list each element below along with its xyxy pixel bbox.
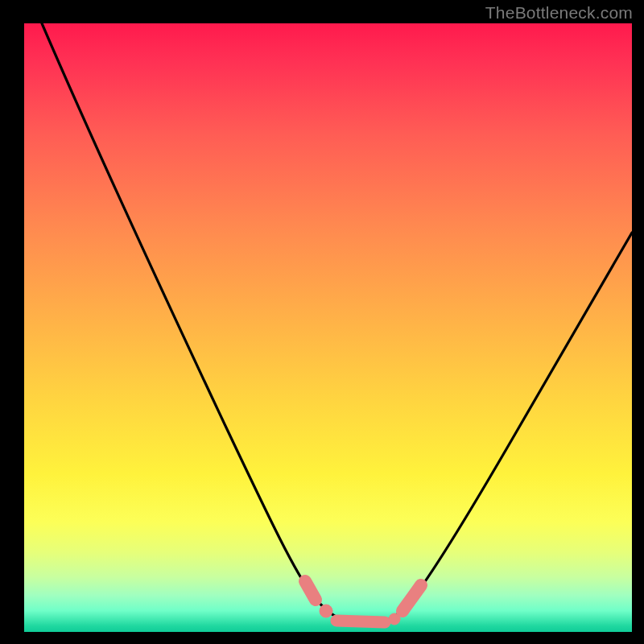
marker <box>305 581 316 600</box>
chart-container: TheBottleneck.com <box>0 0 644 644</box>
plot-area <box>24 23 632 632</box>
marker <box>402 585 421 611</box>
bottleneck-curve <box>42 23 632 624</box>
marker <box>389 613 400 625</box>
marker <box>320 605 332 617</box>
curve-layer <box>24 23 632 632</box>
marker-group <box>305 581 421 625</box>
watermark-text: TheBottleneck.com <box>485 3 633 23</box>
marker <box>336 621 385 622</box>
